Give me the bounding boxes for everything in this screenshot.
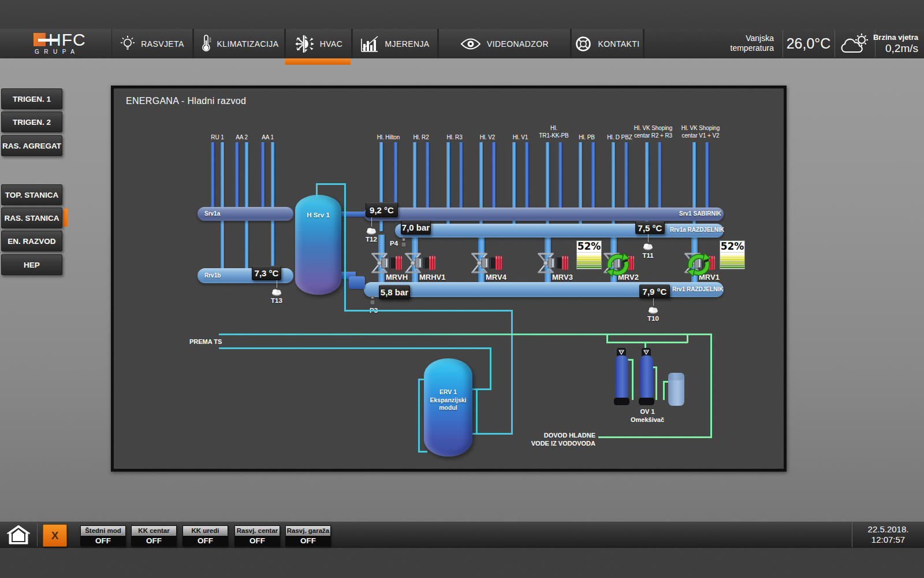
branch-label: Hl. V1 (513, 134, 528, 142)
sidebar-item-trigen-1[interactable]: TRIGEN. 1 (1, 88, 62, 109)
lifebuoy-icon (575, 35, 592, 53)
menu-item-label: MJERENJA (385, 39, 429, 49)
sensor-p3-icon (370, 296, 375, 306)
sidebar-item-trigen-2[interactable]: TRIGEN. 2 (1, 112, 62, 132)
pipe-ru-1-supply (211, 142, 214, 208)
close-button[interactable]: X (43, 524, 67, 547)
time-value: 12:07:57 (852, 535, 924, 544)
menu-item-rasvjeta[interactable]: RASVJETA (112, 29, 192, 58)
sidebar-item-top-stanica[interactable]: TOP. STANICA (1, 184, 62, 205)
pump-mrv4[interactable] (470, 251, 504, 275)
menu-item-label: KLIMATIZACIJA (217, 39, 279, 49)
menu-item-videonadzor[interactable]: VIDEONADZOR (439, 29, 570, 58)
tank-distributor-elbow (349, 276, 365, 289)
toggle-label: Štedni mod (81, 526, 125, 536)
water-supply-label-line1: DOVOD HLADNE (518, 431, 595, 439)
toggle-value: OFF (286, 536, 330, 546)
water-line (598, 436, 712, 438)
pump-mrvh[interactable] (370, 251, 404, 275)
softener-tank-2-body (640, 355, 653, 400)
toggle-rasvj-gara-a[interactable]: Rasvj. garažaOFF (285, 525, 331, 546)
expansion-line (344, 310, 513, 312)
pipe-label-srv1a: Srv1a (204, 210, 220, 217)
sensor-t10-icon (648, 306, 658, 313)
menu-item-kontakti[interactable]: KONTAKTI (572, 29, 643, 58)
menu-item-label: RASVJETA (141, 39, 184, 49)
sidebar-item-ras-agregat[interactable]: RAS. AGREGAT (1, 135, 62, 156)
pump-label-mrv3: MRV3 (552, 273, 573, 281)
water-line (687, 335, 688, 343)
divider (37, 523, 38, 546)
sidebar-item-hep[interactable]: HEP (1, 254, 62, 275)
toggle-label: Rasvj. centar (235, 526, 280, 536)
pump-label-mrhv1: MRHV1 (419, 273, 446, 281)
menu-item-klimatizacija[interactable]: KLIMATIZACIJA (194, 29, 284, 58)
sensor-p4-icon (401, 238, 407, 248)
softener-label: OV 1Omekšivač (623, 407, 672, 424)
toggle-rasvj-centar[interactable]: Rasvj. centarOFF (234, 525, 280, 546)
badge-distributor-temp: 7,9 °C (639, 284, 670, 298)
weather-indicator (834, 29, 875, 58)
pipe-hl.-d-pbz-return (624, 142, 628, 214)
branch-label: Hl. R3 (446, 134, 462, 142)
pump-mrhv1[interactable] (404, 251, 437, 275)
logo-group: GRUPA (35, 49, 79, 55)
branch-label: AA 2 (236, 134, 248, 142)
toggle--tedni-mod[interactable]: Štedni modOFF (80, 525, 126, 546)
badge-rrv1b-temp: 7,3 °C (252, 266, 281, 280)
active-menu-underline (285, 58, 351, 65)
water-line (655, 366, 657, 400)
expansion-tank-label-line3: modul (424, 404, 472, 412)
sensor-t12-icon (366, 227, 377, 234)
badge-distributor-a-temp: 7,5 °C (635, 221, 665, 234)
pump-mrv3[interactable] (536, 251, 570, 275)
toggle-label: KK centar (132, 526, 176, 536)
expansion-line (476, 388, 478, 435)
wind-indicator: Brzina vjetra 0,2m/s (875, 29, 924, 58)
branch-label: Hl. PB (579, 134, 595, 142)
badge-distributor-pressure: 5,8 bar (379, 285, 410, 299)
wind-label: Brzina vjetra (873, 33, 918, 42)
speed-gauge-mrv1-value: 52% (720, 241, 744, 253)
sensor-t11-wire (648, 234, 649, 242)
sensor-t11-icon (643, 242, 653, 250)
expansion-line (490, 347, 491, 390)
hmi-screen: HFC GRUPA Vanjskatemperatura 26,0°C (0, 0, 924, 578)
menu-item-hvac[interactable]: HVAC (286, 29, 351, 58)
sensor-p4-label: P4 (390, 240, 398, 247)
pump-running-icon-mrv2 (604, 251, 632, 279)
softener-label-line2: Omekšivač (623, 416, 672, 424)
sensor-t12-wire (371, 217, 372, 227)
water-line (710, 335, 712, 438)
sensor-t12-label: T12 (366, 236, 377, 243)
page-title: ENERGANA - Hladni razvod (126, 96, 246, 106)
home-button[interactable] (3, 523, 33, 546)
toggle-value: OFF (132, 536, 176, 546)
cloud-sun-icon (840, 34, 870, 54)
speed-gauge-mrv1: 52% (720, 240, 745, 269)
pipe-hl.-vk-shoping-centar-r2-+-r3-return (658, 142, 661, 214)
chart-icon (360, 35, 379, 53)
menu-item-label: VIDEONADZOR (487, 39, 549, 49)
buffer-tank (295, 195, 341, 295)
sidebar-item-ras-stanica[interactable]: RAS. STANICA (1, 208, 62, 228)
menu-item-mjerenja[interactable]: MJERENJA (353, 29, 437, 58)
sensor-t13-wire (277, 280, 277, 288)
datetime-display: 22.5.2018. 12:07:57 (852, 521, 924, 548)
expansion-line (316, 183, 346, 185)
thermometer-icon (200, 35, 211, 53)
toggle-kk-uredi[interactable]: KK urediOFF (182, 525, 228, 546)
date-value: 22.5.2018. (852, 524, 924, 534)
branch-label: Hl. D PBZ (607, 134, 632, 142)
erv-bracket (418, 451, 427, 453)
sidebar-item-en-razvod[interactable]: EN. RAZVOD (1, 231, 62, 251)
softener-tank-1-body (615, 355, 628, 400)
pump-label-mrv4: MRV4 (486, 273, 506, 281)
outdoor-temperature-value: 26,0°C (783, 29, 834, 58)
pipe-collector (364, 208, 724, 221)
toggle-kk-centar[interactable]: KK centarOFF (131, 525, 177, 546)
pipe-aa-2-supply (235, 142, 239, 208)
branch-label: RU 1 (211, 134, 223, 142)
pipe-hl.-r2-return (426, 142, 429, 214)
brine-tank-cap (668, 373, 684, 380)
